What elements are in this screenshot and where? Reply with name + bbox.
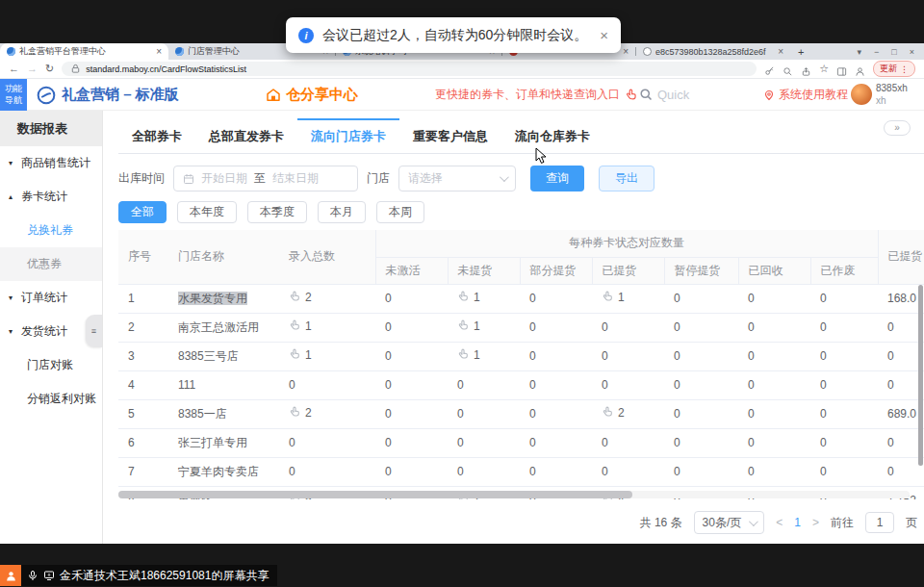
- count-link[interactable]: 1: [457, 319, 480, 333]
- toast-message: 会议已超过2人，自动转为60分钟限时会议。: [322, 27, 587, 44]
- export-button[interactable]: 导出: [599, 166, 654, 191]
- system-tutorial-link[interactable]: 系统使用教程: [763, 79, 848, 111]
- user-avatar[interactable]: [851, 84, 872, 105]
- microphone-icon: [27, 570, 38, 581]
- date-range-input[interactable]: 开始日期 至 结束日期: [173, 166, 358, 191]
- window-close-button[interactable]: ×: [910, 47, 914, 57]
- sidebar-item-product-sales[interactable]: ▾ 商品销售统计: [0, 146, 102, 180]
- profile-icon[interactable]: [855, 64, 865, 74]
- cell-amount: 0: [878, 457, 924, 486]
- tab-close-icon[interactable]: ×: [623, 46, 629, 57]
- tab-search-icon[interactable]: ▾: [858, 47, 862, 57]
- count-link[interactable]: 2: [289, 291, 312, 304]
- minimize-button[interactable]: −: [874, 47, 879, 57]
- page-size-select[interactable]: 30条/页: [694, 511, 765, 534]
- tab-close-icon[interactable]: ×: [156, 46, 162, 57]
- browser-tab-gift-admin[interactable]: 礼盒营销平台管理中心 ×: [0, 43, 168, 60]
- col-entry-total: 录入总数: [279, 230, 375, 284]
- bookmark-star-icon[interactable]: ☆: [819, 64, 829, 74]
- store-select[interactable]: 请选择: [398, 166, 516, 191]
- sidebar-item-card-stats[interactable]: ▴ 券卡统计: [0, 180, 102, 214]
- cell-count: 0: [810, 370, 878, 399]
- forward-button[interactable]: →: [27, 64, 38, 74]
- browser-tab-hash[interactable]: e8c573980b1328a258fd2e6f ×: [636, 43, 790, 60]
- tab-all-cards[interactable]: 全部券卡: [118, 118, 195, 153]
- filter-this-year[interactable]: 本年度: [177, 201, 237, 223]
- reload-button[interactable]: ↻: [45, 64, 54, 74]
- next-page-button[interactable]: >: [812, 516, 819, 529]
- sidebar-item-gift-coupon[interactable]: 兑换礼券: [0, 214, 102, 247]
- function-nav-toggle[interactable]: 功能导航: [0, 79, 27, 111]
- cell-count: 0: [738, 313, 810, 342]
- password-key-icon[interactable]: [764, 64, 775, 74]
- scrollbar-thumb[interactable]: [118, 491, 632, 498]
- filter-this-week[interactable]: 本周: [376, 201, 424, 223]
- zoom-icon[interactable]: [783, 64, 793, 74]
- caret-down-icon: ▾: [9, 327, 16, 336]
- expand-panel-button[interactable]: »: [884, 120, 911, 136]
- table-row: 6张三打单专用000000000: [118, 428, 924, 457]
- cell-amount: 0: [878, 313, 924, 342]
- pointer-hand-icon: [289, 291, 301, 303]
- goto-page-input[interactable]: 1: [865, 512, 894, 533]
- cell-count: 0: [520, 428, 592, 457]
- side-panel-icon[interactable]: [836, 64, 847, 74]
- count-link[interactable]: 2: [289, 406, 312, 420]
- cell-count: 0: [810, 313, 878, 342]
- vertical-scrollbar[interactable]: [918, 285, 923, 466]
- col-not-picked: 未提货: [448, 257, 520, 284]
- cell-count: 0: [279, 457, 375, 486]
- pointer-hand-icon: [289, 319, 301, 332]
- new-tab-button[interactable]: +: [790, 43, 811, 60]
- cell-count: 0: [664, 313, 738, 342]
- filter-this-month[interactable]: 本月: [318, 201, 366, 223]
- filter-this-quarter[interactable]: 本季度: [247, 201, 307, 223]
- sharer-avatar: [0, 565, 21, 586]
- cell-count: 0: [664, 342, 738, 370]
- count-link[interactable]: 1: [289, 348, 312, 362]
- back-button[interactable]: ←: [9, 64, 19, 74]
- tab-key-customers[interactable]: 重要客户信息: [399, 118, 501, 153]
- maximize-button[interactable]: □: [891, 47, 896, 57]
- cell-seq: 4: [118, 370, 168, 399]
- window-controls: ▾ − □ ×: [858, 43, 924, 60]
- sidebar-item-order-stats[interactable]: ▾ 订单统计: [0, 281, 102, 315]
- tab-warehouse-flow-cards[interactable]: 流向仓库券卡: [501, 118, 603, 153]
- cell-store: 南京王总激活用: [168, 313, 279, 342]
- count-link[interactable]: 1: [289, 319, 312, 333]
- filter-bar: 出库时间 开始日期 至 结束日期 门店 请选择 查询 导出: [118, 166, 924, 191]
- table-row: 2南京王总激活用101000000: [118, 313, 924, 342]
- horizontal-scrollbar[interactable]: [118, 491, 910, 498]
- person-icon: [5, 570, 17, 582]
- pointer-hand-icon: [457, 348, 470, 361]
- cell-count: 0: [738, 284, 810, 313]
- tab-hq-direct-cards[interactable]: 总部直发券卡: [195, 118, 297, 153]
- tab-close-icon[interactable]: ×: [778, 46, 783, 57]
- count-link[interactable]: 1: [457, 291, 480, 304]
- count-link[interactable]: 1: [602, 291, 625, 304]
- brand: 礼盒营销 – 标准版: [37, 79, 179, 111]
- current-page[interactable]: 1: [794, 516, 801, 529]
- toast-close-icon[interactable]: ×: [600, 27, 608, 43]
- sidebar-item-rebate-reconciliation[interactable]: 分销返利对账: [0, 382, 102, 416]
- filter-all[interactable]: 全部: [118, 201, 167, 223]
- warehouse-share-center-link[interactable]: 仓分享中心: [266, 79, 358, 111]
- search-button[interactable]: 查询: [530, 166, 584, 191]
- address-bar[interactable]: standard.maboy.cn/CardFlowStatisticsList: [62, 62, 757, 76]
- app-logo-icon: [37, 86, 56, 105]
- count-link[interactable]: 1: [457, 348, 480, 362]
- quick-search[interactable]: Quick: [639, 79, 689, 111]
- sidebar-item-store-reconciliation[interactable]: 门店对账: [0, 348, 102, 382]
- cell-count: 0: [664, 370, 738, 399]
- prev-page-button[interactable]: <: [776, 516, 783, 529]
- cell-store: 水果发货专用: [168, 284, 279, 313]
- cell-count: 0: [738, 399, 810, 428]
- share-icon[interactable]: [801, 64, 811, 74]
- screen-share-bar: 金禾通技术王斌18662591081的屏幕共享: [0, 565, 277, 586]
- chrome-update-button[interactable]: 更新 ⋮: [873, 61, 915, 77]
- count-link[interactable]: 2: [602, 406, 625, 420]
- sidebar-item-discount-coupon[interactable]: 优惠券: [0, 247, 102, 281]
- sidebar-collapse-handle[interactable]: ≡: [86, 315, 102, 347]
- tab-store-flow-cards[interactable]: 流向门店券卡: [297, 118, 399, 153]
- meeting-toast: i 会议已超过2人，自动转为60分钟限时会议。 ×: [286, 17, 621, 53]
